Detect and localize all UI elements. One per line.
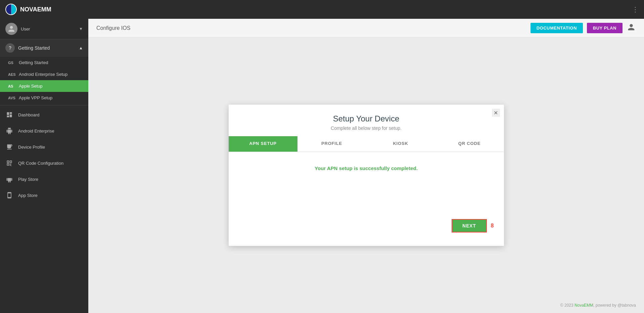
dialog-footer: NEXT 8 — [229, 219, 504, 232]
sidebar-item-getting-started[interactable]: GS Getting Started — [0, 57, 88, 68]
sidebar-item-android-enterprise-setup[interactable]: AES Android Enterprise Setup — [0, 68, 88, 80]
sidebar-item-apple-setup[interactable]: AS Apple Setup — [0, 80, 88, 92]
play-store-icon — [5, 175, 13, 183]
account-icon[interactable] — [627, 22, 636, 34]
sidebar-item-abbr-aes: AES — [8, 72, 19, 76]
sidebar-item-label-dashboard: Dashboard — [18, 112, 40, 117]
header-bar: Configure IOS DOCUMENTATION BUY PLAN — [88, 19, 644, 38]
sidebar-item-label-as: Apple Setup — [19, 84, 43, 89]
topbar: NOVAEMM ⋮ — [0, 0, 644, 19]
user-dropdown-icon[interactable]: ▼ — [79, 27, 83, 31]
dialog-title: Setup Your Device — [237, 114, 496, 123]
sidebar-item-dashboard[interactable]: Dashboard — [0, 107, 88, 123]
section-help-icon: ? — [5, 43, 15, 53]
dashboard-icon — [5, 111, 13, 119]
sidebar-item-abbr-avs: AVS — [8, 96, 19, 100]
avatar — [5, 23, 17, 35]
dialog-close-button[interactable]: ✕ — [492, 109, 500, 117]
section-arrow-icon: ▲ — [79, 46, 83, 50]
sidebar-item-label-avs: Apple VPP Setup — [19, 95, 52, 100]
dialog-body: Your APN setup is successfully completed… — [229, 152, 504, 219]
sidebar-item-device-profile[interactable]: Device Profile — [0, 139, 88, 155]
logo-icon — [5, 4, 17, 15]
sidebar-item-android-enterprise[interactable]: Android Enterprise — [0, 123, 88, 139]
setup-dialog: ✕ Setup Your Device Complete all below s… — [229, 105, 504, 246]
sidebar-item-apple-vpp-setup[interactable]: AVS Apple VPP Setup — [0, 92, 88, 104]
page-title: Configure IOS — [96, 25, 130, 31]
dialog-subtitle: Complete all below step for setup. — [237, 125, 496, 131]
tab-apn-setup[interactable]: APN SETUP — [229, 136, 297, 152]
app-name: NOVAEMM — [20, 6, 51, 13]
sidebar-item-abbr-as: AS — [8, 84, 19, 88]
documentation-button[interactable]: DOCUMENTATION — [531, 23, 583, 33]
footer-suffix: , powered by @tabnova — [593, 303, 636, 308]
sidebar-item-label-android-enterprise: Android Enterprise — [18, 128, 54, 134]
layout: User ▼ ? Getting Started ▲ GS Getting St… — [0, 19, 644, 313]
user-name: User — [21, 27, 76, 32]
sidebar-item-abbr-gs: GS — [8, 61, 19, 65]
footer-text: © 2023 — [560, 303, 574, 308]
dialog-header: Setup Your Device Complete all below ste… — [229, 105, 504, 136]
sidebar-item-label-device-profile: Device Profile — [18, 145, 45, 150]
success-message: Your APN setup is successfully completed… — [315, 165, 418, 171]
device-profile-icon — [5, 143, 13, 151]
sidebar-user: User ▼ — [0, 19, 88, 39]
sidebar-item-label-app-store: App Store — [18, 193, 38, 198]
sidebar-item-qr-code[interactable]: QR Code Configuration — [0, 155, 88, 171]
qr-code-icon — [5, 159, 13, 167]
sidebar-section-getting-started[interactable]: ? Getting Started ▲ — [0, 39, 88, 57]
dialog-tabs: APN SETUP PROFILE KIOSK QR CODE — [229, 136, 504, 152]
footer-brand: NovaEMM — [574, 303, 593, 308]
content-area: ✕ Setup Your Device Complete all below s… — [88, 38, 644, 313]
tab-qr-code[interactable]: QR CODE — [435, 136, 504, 152]
tab-profile[interactable]: PROFILE — [297, 136, 366, 152]
app-store-icon — [5, 191, 13, 199]
tab-kiosk[interactable]: KIOSK — [366, 136, 435, 152]
sidebar-item-label-gs: Getting Started — [19, 60, 48, 65]
section-label: Getting Started — [18, 45, 50, 51]
main-content: Configure IOS DOCUMENTATION BUY PLAN ✕ S… — [88, 19, 644, 313]
sidebar: User ▼ ? Getting Started ▲ GS Getting St… — [0, 19, 88, 313]
page-footer: © 2023 NovaEMM, powered by @tabnova — [560, 303, 636, 308]
buy-plan-button[interactable]: BUY PLAN — [587, 23, 623, 33]
sidebar-item-play-store[interactable]: Play Store — [0, 171, 88, 187]
badge-count: 8 — [491, 223, 494, 229]
header-actions: DOCUMENTATION BUY PLAN — [531, 22, 636, 34]
android-icon — [5, 127, 13, 135]
menu-icon[interactable]: ⋮ — [632, 5, 639, 13]
sidebar-item-label-play-store: Play Store — [18, 177, 38, 182]
sidebar-item-app-store[interactable]: App Store — [0, 187, 88, 203]
sidebar-item-label-qr-code: QR Code Configuration — [18, 161, 63, 166]
sidebar-item-label-aes: Android Enterprise Setup — [19, 72, 67, 77]
app-logo: NOVAEMM — [5, 4, 93, 15]
next-button[interactable]: NEXT — [452, 219, 487, 232]
